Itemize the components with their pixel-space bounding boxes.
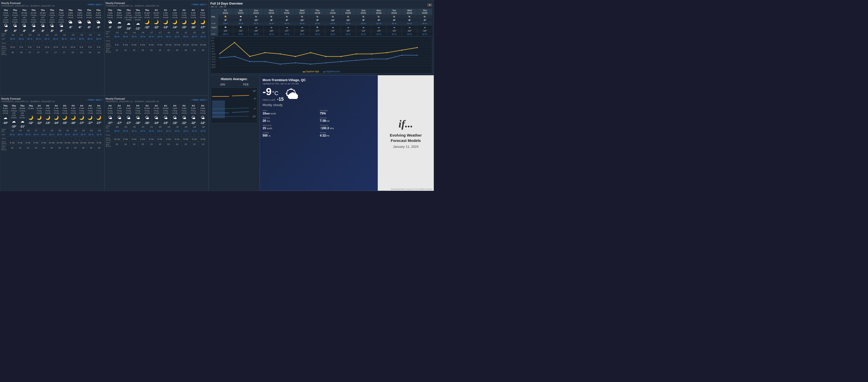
panel-2-prev[interactable]: ‹ PREV	[191, 3, 199, 6]
hourly-panel-2: Hourly Forecast THURSDAY, JANUARY 11 - S…	[104, 0, 209, 96]
legend-night: ▬ Nighttime low	[323, 70, 340, 73]
feels-like-value: -15	[277, 97, 284, 102]
hour-col: Fri4 amPartly cloudy🌙-16°	[189, 9, 198, 30]
hour-col: Thu10 pmCloudy with clear breaks☁-11°	[133, 9, 143, 30]
hour-col: Thu8 amCloudy with sunny breaks🌤-9°	[1, 9, 10, 33]
ceiling-detail: Ceiling 500 m	[262, 131, 318, 137]
svg-point-30	[295, 62, 296, 63]
hour-col: Fri1 pmPartly cloudy🌤-13°	[170, 104, 180, 125]
hour-col: Thu11 pm🌙-12°	[27, 104, 35, 128]
svg-point-25	[219, 57, 220, 58]
svg-point-13	[249, 56, 250, 57]
panel-1-title: Hourly Forecast	[1, 2, 55, 5]
legend-day: ▬ Daytime high	[303, 70, 319, 73]
hour-col: Fri6 amPartly cloudy🌤-17°	[105, 104, 115, 125]
hour-col: Fri2 amPartly cloudy🌙-14°	[52, 104, 61, 128]
panel-4-subtitle: THURSDAY, JANUARY 11 - SUNDAY, JANUARY 1…	[105, 100, 159, 103]
hour-col: Thu9 amCloudy with sunny breaks🌤-8°	[10, 9, 20, 33]
hour-col: Thu5 pmMainly cloudy🌥-8°	[85, 9, 94, 33]
hour-col: Fri6 amPartly cloudy🌙-17°	[86, 104, 94, 128]
sunset-detail: Sunset 4:32PM	[320, 131, 375, 137]
hour-col: Fri12 amPartly cloudy🌙-12°	[152, 9, 161, 30]
panel-4-next[interactable]: NEXT ›	[200, 99, 207, 101]
panel-2-title: Hourly Forecast	[105, 2, 159, 5]
hour-col: Thu1 pmCloudy with sunny breaks🌤-8°	[48, 9, 57, 33]
pressure-detail: Pressure ↑100.3 kPa	[320, 124, 375, 130]
svg-point-14	[264, 52, 265, 53]
panel-1-prev[interactable]: ‹ PREV	[87, 3, 95, 6]
hour-col: Fri10 amPartly cloudy🌤-15°	[143, 104, 152, 125]
location-title: Mont-Tremblant-Village, QC	[262, 78, 375, 82]
hour-col: Thu8 pmMainly cloudy☁-10°	[115, 9, 124, 30]
panel-4-title: Hourly Forecast	[105, 97, 159, 100]
current-weather-panel: Mont-Tremblant-Village, QC Updated on Th…	[260, 75, 378, 191]
svg-point-19	[341, 56, 342, 57]
current-weather-icon: 🌥	[286, 88, 299, 101]
hour-col: Fri7 amPartly cloudy🌙-17°	[95, 104, 103, 128]
hour-col: Fri3 pmPartly cloudy🌤-12°	[189, 104, 198, 125]
overview-title: Full 14 Days Overview	[210, 2, 243, 5]
hour-col: Fri4 pmPartly cloudy🌤-12°	[198, 104, 207, 125]
svg-point-27	[249, 61, 250, 62]
panel-2-subtitle: THURSDAY, JANUARY 11 - SUNDAY, JANUARY 1…	[105, 5, 159, 7]
current-unit: °C	[272, 90, 279, 97]
feels-like-label: FEELS LIKE	[262, 99, 276, 101]
svg-point-24	[417, 47, 418, 48]
hour-col: Thu11 pmPartly cloudy🌙-12°	[143, 9, 152, 30]
svg-point-34	[356, 60, 357, 61]
panel-1-next[interactable]: NEXT ›	[96, 3, 103, 6]
svg-point-21	[371, 54, 372, 55]
hourly-panel-1: Hourly Forecast THURSDAY, JANUARY 11 - S…	[0, 0, 104, 96]
hourly-panel-3: Hourly Forecast THURSDAY, JANUARY 11 - S…	[0, 96, 104, 191]
main-container: Hourly Forecast THURSDAY, JANUARY 11 - S…	[0, 0, 434, 191]
hour-col: Fri5 amPartly cloudy🌙-17°	[198, 9, 207, 30]
svg-point-31	[310, 64, 311, 65]
hour-col: Thu9 pmCloudy with clear breaks☁-10°	[124, 9, 133, 30]
hour-col: Fri7 amPartly cloudy🌤-17°	[115, 104, 124, 125]
svg-point-20	[356, 54, 357, 55]
overview-close-button[interactable]: ✕	[427, 3, 432, 7]
sunrise-detail: Sunrise 7:39AM	[320, 117, 375, 123]
svg-point-18	[326, 56, 327, 57]
hour-col: Fri4 amPartly cloudy🌙-16°	[69, 104, 78, 128]
svg-line-42	[232, 112, 249, 113]
historic-title: Historic Averages:	[211, 77, 257, 81]
panel-1-subtitle: THURSDAY, JANUARY 11 - SUNDAY, JANUARY 1…	[1, 5, 55, 7]
overview-date-range: Jan 12 - Jan 25	[210, 5, 243, 8]
wind-detail: Wind 10NW km/h	[262, 109, 318, 115]
svg-point-22	[386, 52, 388, 53]
hour-col: Fri12 pmPartly cloudy🌤-13°	[161, 104, 170, 125]
svg-point-16	[295, 56, 296, 57]
hour-col: Fri3 amPartly cloudy🌙-15°	[180, 9, 189, 30]
hour-col: Fri5 amPartly cloudy🌙-17°	[78, 104, 86, 128]
historic-jan-label: JAN	[220, 83, 225, 86]
panel-2-next[interactable]: NEXT ›	[200, 3, 207, 6]
panel-3-title: Hourly Forecast	[1, 97, 55, 100]
hour-col: Fri2 amPartly cloudy🌙-14°	[170, 9, 180, 30]
svg-point-29	[280, 64, 281, 65]
brand-date: January 11, 2024	[393, 145, 418, 149]
hour-col: Fri1 amPartly cloudy🌙-13°	[44, 104, 52, 128]
brand-title: Evolving Weather Forecast Models	[383, 132, 429, 143]
hour-col: Thu3 pmMainly cloudy🌥-8°	[66, 9, 75, 33]
panel-3-prev[interactable]: ‹ PREV	[87, 99, 95, 101]
updated-text: Updated on Thu, Jan 11 at 7:47 AM	[262, 83, 375, 85]
humidity-detail: Humidity 75%	[320, 109, 375, 115]
panel-3-next[interactable]: NEXT ›	[96, 99, 103, 101]
hour-col: Fri3 amPartly cloudy🌙-15°	[61, 104, 69, 128]
hour-col: Fri8 amPartly cloudy🌤-17°	[124, 104, 133, 125]
screenshot-credit: Screenshots/Data Courtesy of The Weather…	[391, 188, 433, 190]
svg-point-15	[280, 54, 281, 55]
panel-4-prev[interactable]: ‹ PREV	[191, 99, 199, 101]
current-temp: -9	[262, 87, 272, 97]
hour-col: Fri12 amPartly cloudy🌙-12°	[35, 104, 43, 128]
visibility-detail: Visibility 28 km	[262, 117, 318, 123]
svg-line-40	[232, 95, 249, 96]
hour-col: Fri9 amPartly cloudy🌤-16°	[133, 104, 143, 125]
panel-3-subtitle: THURSDAY, JANUARY 11 - SUNDAY, JANUARY 1…	[1, 100, 55, 103]
svg-point-12	[234, 42, 235, 43]
hour-col: Thu8 pmMainly cloudy☁-10°	[1, 104, 10, 128]
svg-point-32	[326, 62, 327, 63]
hour-col: Thu6 pmMainly cloudy🌥-9°	[94, 9, 103, 33]
svg-point-17	[310, 52, 311, 53]
